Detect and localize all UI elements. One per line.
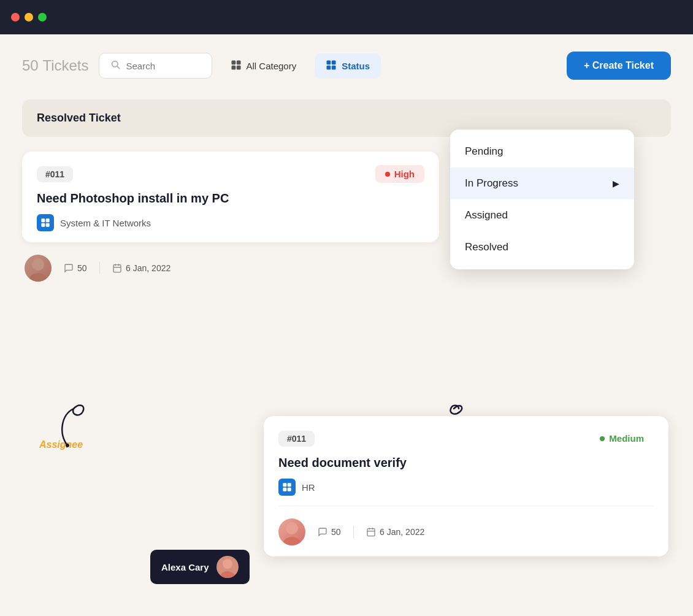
svg-line-1 [117,66,120,69]
search-icon [110,60,120,72]
assignee-avatar [216,556,239,578]
titlebar [0,0,693,34]
category-label: All Category [247,61,297,71]
ticket-category-1: System & IT Networks [37,214,424,231]
svg-rect-4 [231,65,235,69]
ticket-id-1: #011 [37,166,73,182]
priority-dot-2 [600,436,605,441]
svg-rect-24 [283,488,286,491]
svg-rect-25 [288,488,291,491]
category-icon [231,60,242,72]
count-number: 50 [22,57,39,74]
category-icon-2 [278,479,296,496]
category-text-1: System & IT Networks [60,218,151,228]
svg-rect-8 [327,65,331,69]
comments-stat-1: 50 [64,263,87,273]
svg-point-32 [223,559,232,569]
ticket-title-2: Need document verify [278,456,654,470]
date-1: 6 Jan, 2022 [126,263,170,273]
dropdown-label-assigned: Assigned [465,209,508,221]
main-content: 50 Tickets All Category Status [0,34,693,616]
card-footer-2: 50 6 Jan, 2022 [278,510,654,545]
svg-point-27 [283,537,301,545]
svg-rect-2 [231,60,235,64]
ticket-category-2: HR [278,479,654,496]
svg-rect-17 [113,265,121,272]
maximize-button[interactable] [38,13,47,21]
svg-rect-28 [367,529,375,536]
close-button[interactable] [11,13,20,21]
svg-rect-10 [41,218,45,222]
resolved-title: Resolved Ticket [37,112,121,124]
svg-rect-23 [288,483,291,487]
comment-count-1: 50 [77,263,87,273]
divider-2 [353,526,354,538]
status-button[interactable]: Status [315,53,381,79]
avatar-1 [25,255,52,282]
category-text-2: HR [302,482,315,493]
dropdown-label-inprogress: In Progress [465,177,518,190]
minimize-button[interactable] [25,13,33,21]
ticket-card-2[interactable]: #011 Medium Need document verify HR [264,416,668,556]
avatar-2 [278,518,305,545]
svg-point-33 [220,571,235,578]
tickets-count: 50 Tickets [22,57,89,74]
svg-rect-3 [236,60,240,64]
dropdown-item-resolved[interactable]: Resolved [450,231,634,263]
svg-rect-6 [327,60,331,64]
svg-rect-12 [41,223,45,227]
svg-rect-9 [332,65,336,69]
create-label: + Create Ticket [584,60,654,71]
svg-rect-13 [46,223,50,227]
svg-point-26 [286,522,298,534]
category-icon-1 [37,214,54,231]
comment-count-2: 50 [331,527,341,537]
dropdown-label-pending: Pending [465,145,503,158]
date-stat-1: 6 Jan, 2022 [112,263,170,273]
tickets-label: Tickets [42,57,88,74]
create-ticket-button[interactable]: + Create Ticket [567,52,671,80]
comments-stat-2: 50 [318,527,341,537]
assignee-name: Alexa Cary [161,562,209,572]
status-dropdown: Pending In Progress ▶ Assigned Resolved [450,129,634,269]
priority-badge-2: Medium [590,429,654,447]
priority-label-2: Medium [609,433,644,444]
category-button[interactable]: All Category [222,55,305,77]
assignee-arrow [55,402,92,454]
priority-label-1: High [394,169,415,179]
date-2: 6 Jan, 2022 [380,527,424,537]
dropdown-item-assigned[interactable]: Assigned [450,199,634,231]
ticket-id-2: #011 [278,431,315,447]
divider-1 [99,262,101,274]
status-label: Status [342,61,370,71]
priority-badge-1: High [375,165,424,183]
name-badge: Alexa Cary [150,550,250,584]
search-box[interactable] [99,53,212,79]
svg-rect-7 [332,60,336,64]
dropdown-label-resolved: Resolved [465,241,508,253]
status-icon [326,60,337,72]
dropdown-item-pending[interactable]: Pending [450,136,634,167]
header-row: 50 Tickets All Category Status [22,52,671,80]
priority-dot-1 [385,172,390,177]
ticket-card-1[interactable]: #011 High Need Photoshop install in my P… [22,152,439,242]
dropdown-arrow-icon: ▶ [613,179,619,188]
svg-point-21 [66,444,69,447]
svg-rect-5 [236,65,240,69]
search-input[interactable] [126,61,194,71]
ticket-title-1: Need Photoshop install in my PC [37,191,424,206]
date-stat-2: 6 Jan, 2022 [366,527,424,537]
svg-rect-22 [283,483,286,487]
dropdown-item-inprogress[interactable]: In Progress ▶ [450,167,634,199]
svg-rect-11 [46,218,50,222]
